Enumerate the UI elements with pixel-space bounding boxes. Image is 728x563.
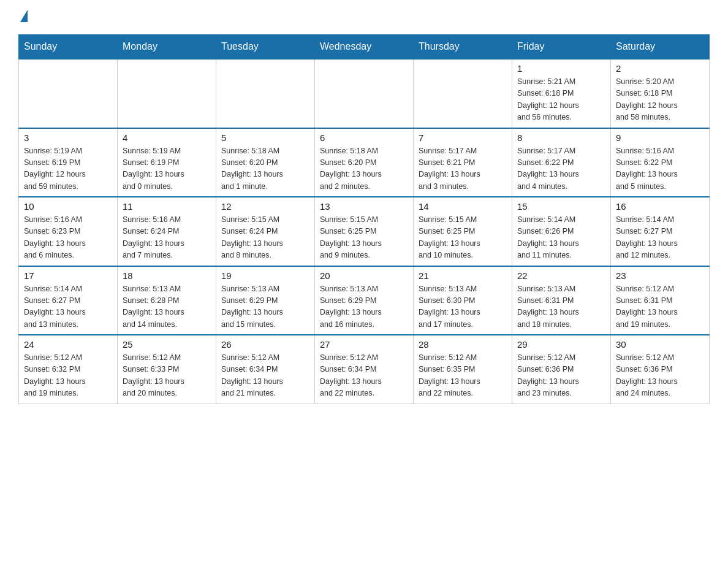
day-info: Sunrise: 5:19 AM Sunset: 6:19 PM Dayligh… xyxy=(24,145,112,193)
day-number: 9 xyxy=(616,132,704,143)
table-row xyxy=(19,59,118,128)
day-info: Sunrise: 5:16 AM Sunset: 6:24 PM Dayligh… xyxy=(123,214,211,262)
table-row: 13Sunrise: 5:15 AM Sunset: 6:25 PM Dayli… xyxy=(315,197,414,266)
day-number: 30 xyxy=(616,339,704,350)
day-info: Sunrise: 5:13 AM Sunset: 6:31 PM Dayligh… xyxy=(517,283,605,331)
day-info: Sunrise: 5:13 AM Sunset: 6:28 PM Dayligh… xyxy=(123,283,211,331)
day-number: 5 xyxy=(221,132,309,143)
table-row: 8Sunrise: 5:17 AM Sunset: 6:22 PM Daylig… xyxy=(512,128,611,197)
calendar-week-row: 1Sunrise: 5:21 AM Sunset: 6:18 PM Daylig… xyxy=(19,59,710,128)
table-row: 14Sunrise: 5:15 AM Sunset: 6:25 PM Dayli… xyxy=(414,197,512,266)
day-info: Sunrise: 5:13 AM Sunset: 6:29 PM Dayligh… xyxy=(221,283,309,331)
table-row: 24Sunrise: 5:12 AM Sunset: 6:32 PM Dayli… xyxy=(19,335,118,404)
day-info: Sunrise: 5:14 AM Sunset: 6:26 PM Dayligh… xyxy=(517,214,605,262)
calendar-week-row: 24Sunrise: 5:12 AM Sunset: 6:32 PM Dayli… xyxy=(19,335,710,404)
day-info: Sunrise: 5:14 AM Sunset: 6:27 PM Dayligh… xyxy=(24,283,112,331)
table-row: 5Sunrise: 5:18 AM Sunset: 6:20 PM Daylig… xyxy=(216,128,315,197)
table-row: 27Sunrise: 5:12 AM Sunset: 6:34 PM Dayli… xyxy=(315,335,414,404)
table-row: 18Sunrise: 5:13 AM Sunset: 6:28 PM Dayli… xyxy=(118,266,216,335)
day-number: 19 xyxy=(221,270,309,281)
table-row: 7Sunrise: 5:17 AM Sunset: 6:21 PM Daylig… xyxy=(414,128,512,197)
day-info: Sunrise: 5:18 AM Sunset: 6:20 PM Dayligh… xyxy=(320,145,408,193)
day-number: 27 xyxy=(320,339,408,350)
day-info: Sunrise: 5:21 AM Sunset: 6:18 PM Dayligh… xyxy=(517,76,605,124)
table-row: 11Sunrise: 5:16 AM Sunset: 6:24 PM Dayli… xyxy=(118,197,216,266)
day-info: Sunrise: 5:12 AM Sunset: 6:31 PM Dayligh… xyxy=(616,283,704,331)
day-info: Sunrise: 5:15 AM Sunset: 6:24 PM Dayligh… xyxy=(221,214,309,262)
day-number: 2 xyxy=(616,63,704,74)
day-number: 7 xyxy=(419,132,507,143)
day-number: 10 xyxy=(24,201,112,212)
table-row xyxy=(414,59,512,128)
day-number: 3 xyxy=(24,132,112,143)
logo xyxy=(18,12,28,22)
day-number: 17 xyxy=(24,270,112,281)
col-tuesday: Tuesday xyxy=(216,35,315,59)
day-info: Sunrise: 5:18 AM Sunset: 6:20 PM Dayligh… xyxy=(221,145,309,193)
day-number: 15 xyxy=(517,201,605,212)
col-sunday: Sunday xyxy=(19,35,118,59)
col-wednesday: Wednesday xyxy=(315,35,414,59)
day-number: 24 xyxy=(24,339,112,350)
page-header xyxy=(18,12,710,22)
day-number: 20 xyxy=(320,270,408,281)
col-saturday: Saturday xyxy=(611,35,710,59)
day-info: Sunrise: 5:12 AM Sunset: 6:34 PM Dayligh… xyxy=(221,352,309,400)
table-row: 2Sunrise: 5:20 AM Sunset: 6:18 PM Daylig… xyxy=(611,59,710,128)
day-number: 4 xyxy=(123,132,211,143)
day-info: Sunrise: 5:12 AM Sunset: 6:34 PM Dayligh… xyxy=(320,352,408,400)
day-number: 6 xyxy=(320,132,408,143)
calendar-week-row: 10Sunrise: 5:16 AM Sunset: 6:23 PM Dayli… xyxy=(19,197,710,266)
table-row: 6Sunrise: 5:18 AM Sunset: 6:20 PM Daylig… xyxy=(315,128,414,197)
table-row: 10Sunrise: 5:16 AM Sunset: 6:23 PM Dayli… xyxy=(19,197,118,266)
table-row: 3Sunrise: 5:19 AM Sunset: 6:19 PM Daylig… xyxy=(19,128,118,197)
day-info: Sunrise: 5:16 AM Sunset: 6:23 PM Dayligh… xyxy=(24,214,112,262)
day-info: Sunrise: 5:14 AM Sunset: 6:27 PM Dayligh… xyxy=(616,214,704,262)
day-number: 29 xyxy=(517,339,605,350)
day-info: Sunrise: 5:16 AM Sunset: 6:22 PM Dayligh… xyxy=(616,145,704,193)
calendar-table: Sunday Monday Tuesday Wednesday Thursday… xyxy=(18,34,710,404)
day-number: 18 xyxy=(123,270,211,281)
day-number: 23 xyxy=(616,270,704,281)
table-row xyxy=(315,59,414,128)
logo-triangle-icon xyxy=(20,10,28,22)
day-info: Sunrise: 5:12 AM Sunset: 6:33 PM Dayligh… xyxy=(123,352,211,400)
table-row: 19Sunrise: 5:13 AM Sunset: 6:29 PM Dayli… xyxy=(216,266,315,335)
day-number: 1 xyxy=(517,63,605,74)
col-thursday: Thursday xyxy=(414,35,512,59)
table-row: 9Sunrise: 5:16 AM Sunset: 6:22 PM Daylig… xyxy=(611,128,710,197)
day-number: 14 xyxy=(419,201,507,212)
table-row: 26Sunrise: 5:12 AM Sunset: 6:34 PM Dayli… xyxy=(216,335,315,404)
table-row xyxy=(118,59,216,128)
day-info: Sunrise: 5:17 AM Sunset: 6:21 PM Dayligh… xyxy=(419,145,507,193)
day-info: Sunrise: 5:13 AM Sunset: 6:30 PM Dayligh… xyxy=(419,283,507,331)
table-row: 15Sunrise: 5:14 AM Sunset: 6:26 PM Dayli… xyxy=(512,197,611,266)
table-row: 30Sunrise: 5:12 AM Sunset: 6:36 PM Dayli… xyxy=(611,335,710,404)
day-info: Sunrise: 5:17 AM Sunset: 6:22 PM Dayligh… xyxy=(517,145,605,193)
day-number: 11 xyxy=(123,201,211,212)
table-row: 1Sunrise: 5:21 AM Sunset: 6:18 PM Daylig… xyxy=(512,59,611,128)
calendar-header-row: Sunday Monday Tuesday Wednesday Thursday… xyxy=(19,35,710,59)
table-row: 29Sunrise: 5:12 AM Sunset: 6:36 PM Dayli… xyxy=(512,335,611,404)
table-row: 12Sunrise: 5:15 AM Sunset: 6:24 PM Dayli… xyxy=(216,197,315,266)
table-row: 22Sunrise: 5:13 AM Sunset: 6:31 PM Dayli… xyxy=(512,266,611,335)
day-info: Sunrise: 5:12 AM Sunset: 6:36 PM Dayligh… xyxy=(616,352,704,400)
day-info: Sunrise: 5:20 AM Sunset: 6:18 PM Dayligh… xyxy=(616,76,704,124)
calendar-week-row: 3Sunrise: 5:19 AM Sunset: 6:19 PM Daylig… xyxy=(19,128,710,197)
day-info: Sunrise: 5:13 AM Sunset: 6:29 PM Dayligh… xyxy=(320,283,408,331)
col-friday: Friday xyxy=(512,35,611,59)
table-row xyxy=(216,59,315,128)
day-number: 25 xyxy=(123,339,211,350)
day-number: 12 xyxy=(221,201,309,212)
table-row: 25Sunrise: 5:12 AM Sunset: 6:33 PM Dayli… xyxy=(118,335,216,404)
day-info: Sunrise: 5:19 AM Sunset: 6:19 PM Dayligh… xyxy=(123,145,211,193)
day-number: 16 xyxy=(616,201,704,212)
day-number: 26 xyxy=(221,339,309,350)
table-row: 28Sunrise: 5:12 AM Sunset: 6:35 PM Dayli… xyxy=(414,335,512,404)
day-number: 21 xyxy=(419,270,507,281)
day-number: 13 xyxy=(320,201,408,212)
col-monday: Monday xyxy=(118,35,216,59)
day-info: Sunrise: 5:15 AM Sunset: 6:25 PM Dayligh… xyxy=(320,214,408,262)
table-row: 4Sunrise: 5:19 AM Sunset: 6:19 PM Daylig… xyxy=(118,128,216,197)
table-row: 21Sunrise: 5:13 AM Sunset: 6:30 PM Dayli… xyxy=(414,266,512,335)
